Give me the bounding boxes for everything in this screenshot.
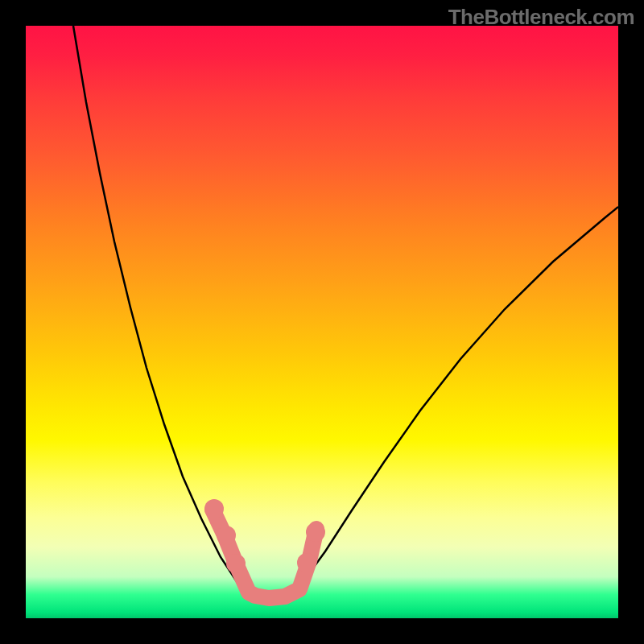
chart-canvas: TheBottleneck.com bbox=[0, 0, 644, 644]
watermark-text: TheBottleneck.com bbox=[448, 5, 634, 30]
gradient-background bbox=[26, 26, 618, 618]
